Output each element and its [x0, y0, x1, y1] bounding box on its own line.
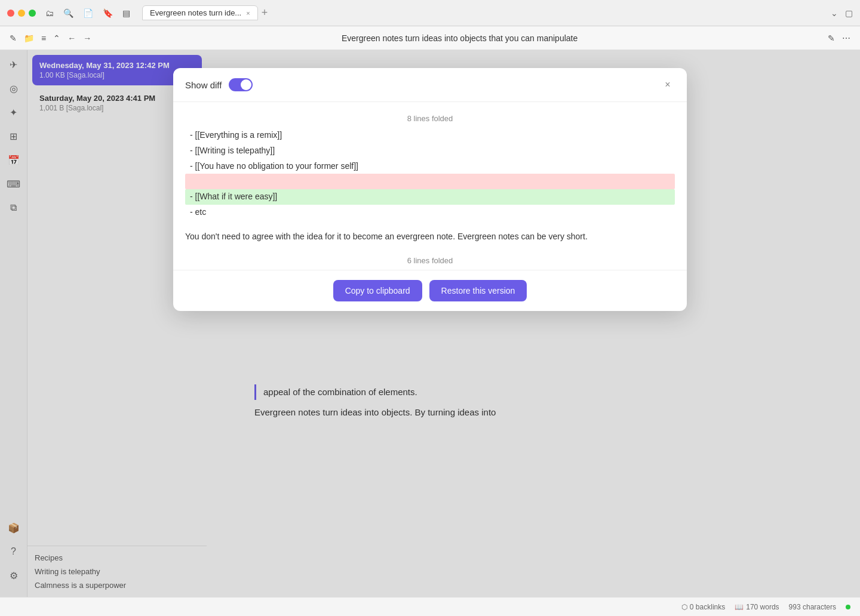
bottom-folded-label: 6 lines folded: [185, 244, 675, 270]
modal-title: Show diff: [185, 80, 222, 90]
toolbar: ✎ 📁 ≡ ⌃ ← → Evergreen notes turn ideas i…: [0, 26, 860, 50]
chars-status: 993 characters: [789, 603, 836, 611]
folder-add-icon[interactable]: 📁: [24, 33, 34, 43]
modal-footer: Copy to clipboard Restore this version: [173, 270, 687, 311]
backlinks-status: ⬡ 0 backlinks: [681, 603, 725, 611]
diff-line-removed: [185, 174, 675, 189]
show-diff-toggle[interactable]: [229, 78, 253, 91]
document-title: Evergreen notes turn ideas into objects …: [101, 33, 818, 43]
forward-icon[interactable]: →: [83, 33, 91, 43]
document-icon[interactable]: 📄: [83, 8, 93, 18]
chevron-down-icon[interactable]: ⌄: [831, 8, 838, 18]
diff-content: - [[Everything is a remix]] - [[Writing …: [185, 128, 675, 220]
title-bar-right-icons: ⌄ ▢: [831, 8, 853, 18]
version-diff-modal: Show diff × 8 lines folded - [[Everythin…: [173, 68, 687, 311]
toolbar-left: ✎ 📁 ≡ ⌃ ← →: [10, 33, 91, 43]
tab-close-icon[interactable]: ×: [246, 10, 250, 17]
close-button[interactable]: [7, 10, 14, 17]
tab-label: Evergreen notes turn ide...: [150, 8, 241, 17]
toolbar-right: ✎ ⋯: [828, 33, 850, 43]
diff-line-5: - etc: [185, 205, 675, 220]
words-icon: 📖: [735, 603, 744, 611]
status-bar: ⬡ 0 backlinks 📖 170 words 993 characters: [0, 597, 860, 616]
backlinks-icon: ⬡: [681, 603, 687, 611]
diff-line-0: - [[Everything is a remix]]: [185, 128, 675, 143]
add-tab-button[interactable]: +: [262, 7, 268, 19]
active-tab[interactable]: Evergreen notes turn ide... ×: [142, 5, 258, 20]
toolbar-more-icon[interactable]: ⋯: [842, 33, 850, 43]
search-icon[interactable]: 🔍: [63, 8, 73, 18]
traffic-lights: [7, 10, 36, 17]
toolbar-edit-icon[interactable]: ✎: [828, 33, 835, 43]
diff-line-added: - [[What if it were easy]]: [185, 189, 675, 205]
modal-body: 8 lines folded - [[Everything is a remix…: [173, 102, 687, 270]
folder-icon[interactable]: 🗂: [45, 8, 54, 18]
edit-icon[interactable]: ✎: [10, 33, 17, 43]
list-icon[interactable]: ≡: [41, 33, 46, 43]
diff-line-2: - [[You have no obligation to your forme…: [185, 159, 675, 174]
diff-line-1: - [[Writing is telepathy]]: [185, 143, 675, 159]
restore-version-button[interactable]: Restore this version: [429, 280, 527, 301]
bookmark-icon[interactable]: 🔖: [103, 8, 113, 18]
layout-icon[interactable]: ▤: [122, 8, 130, 18]
words-count: 170 words: [746, 603, 779, 611]
modal-overlay: Show diff × 8 lines folded - [[Everythin…: [0, 50, 860, 597]
main-layout: ✈ ◎ ✦ ⊞ 📅 ⌨ ⧉ 📦 ? ⚙ Wednesday, May 31, 2…: [0, 50, 860, 597]
words-status: 📖 170 words: [735, 603, 779, 611]
modal-header: Show diff ×: [173, 68, 687, 102]
top-folded-label: 8 lines folded: [185, 102, 675, 128]
modal-close-button[interactable]: ×: [661, 78, 675, 92]
tab-bar: Evergreen notes turn ide... × +: [142, 5, 826, 20]
back-icon[interactable]: ←: [67, 33, 76, 43]
split-view-icon[interactable]: ▢: [845, 8, 853, 18]
title-bar: 🗂 🔍 📄 🔖 ▤ Evergreen notes turn ide... × …: [0, 0, 860, 26]
up-icon[interactable]: ⌃: [53, 33, 60, 43]
sync-status-dot: [846, 605, 850, 609]
maximize-button[interactable]: [29, 10, 36, 17]
minimize-button[interactable]: [18, 10, 25, 17]
copy-clipboard-button[interactable]: Copy to clipboard: [333, 280, 422, 301]
title-bar-left-icons: 🗂 🔍 📄 🔖 ▤: [45, 8, 130, 18]
chars-count: 993 characters: [789, 603, 836, 611]
backlinks-count: 0 backlinks: [690, 603, 725, 611]
diff-paragraph: You don't need to agree with the idea fo…: [185, 230, 675, 244]
